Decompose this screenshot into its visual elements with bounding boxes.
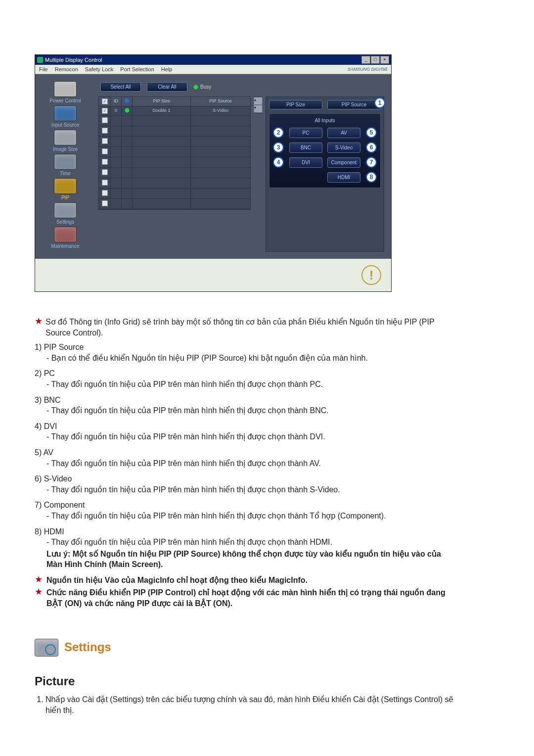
list-item: 8) HDMI - Thay đổi nguồn tín hiệu của PI… (35, 526, 455, 570)
table-row[interactable] (99, 178, 250, 189)
intro-text: Sơ đồ Thông tin (Info Grid) sẽ trình bày… (45, 317, 455, 338)
sidebar-item-input-source[interactable]: Input Source (51, 105, 80, 128)
table-row[interactable] (99, 147, 250, 157)
sidebar-item-power-control[interactable]: Power Control (49, 81, 81, 103)
select-all-button[interactable]: Select All (100, 82, 141, 92)
sidebar-item-pip[interactable]: PIP (54, 178, 77, 200)
li-title: S-Video (44, 474, 72, 483)
callout-badge: 2 (273, 127, 284, 138)
row-checkbox[interactable] (102, 108, 108, 114)
li-title: BNC (44, 396, 61, 404)
row-checkbox[interactable] (102, 180, 108, 186)
callout-badge: 5 (366, 127, 377, 138)
pip-size-label: PIP Size (286, 102, 305, 107)
menu-remocon[interactable]: Remocon (55, 66, 78, 72)
pc-button[interactable]: PC (289, 128, 322, 138)
row-checkbox[interactable] (102, 200, 108, 206)
table-row[interactable] (99, 137, 250, 147)
star-note-text: Nguồn tín hiệu Vào của MagicInfo chỉ hoạ… (46, 575, 308, 586)
svideo-button[interactable]: S-Video (327, 142, 360, 153)
window-title: Multiple Display Control (45, 57, 102, 63)
menu-help[interactable]: Help (161, 66, 173, 72)
close-button[interactable]: × (380, 56, 389, 64)
all-inputs-panel: All Inputs 2 PC AV 5 3 BNC S-Video 6 4 (269, 113, 381, 188)
sidebar-label: Input Source (51, 122, 80, 128)
sidebar-item-time[interactable]: Time (54, 154, 77, 176)
cell-pip-size: Double 1 (133, 106, 191, 115)
li-body: - Thay đổi nguồn tín hiệu của PIP trên m… (35, 431, 455, 442)
col-checkbox[interactable] (99, 97, 111, 106)
sidebar-label: Settings (56, 219, 74, 225)
component-button[interactable]: Component (327, 157, 360, 168)
clear-all-button[interactable]: Clear All (147, 82, 187, 92)
li-title: PIP Source (44, 343, 84, 351)
picture-heading: Picture (35, 673, 455, 689)
hdmi-button[interactable]: HDMI (327, 172, 360, 183)
table-row[interactable] (99, 199, 250, 209)
table-row[interactable]: 0 Double 1 S-Video (99, 106, 250, 116)
li-num: 4) (35, 422, 42, 430)
note-text: Lưu ý: Một số Nguồn tín hiệu PIP (PIP So… (35, 549, 455, 570)
li-num: 3) (35, 396, 42, 404)
sidebar-label: Time (60, 171, 71, 176)
sidebar-item-maintenance[interactable]: Maintenance (51, 227, 79, 249)
pip-size-tab[interactable]: PIP Size (269, 100, 322, 109)
dvi-button[interactable]: DVI (289, 157, 322, 168)
menu-safety-lock[interactable]: Safety Lock (85, 66, 113, 72)
sidebar-label: Image Size (53, 146, 78, 152)
callout-badge: 4 (273, 157, 284, 168)
sidebar-label: PIP (61, 195, 69, 200)
menu-port-selection[interactable]: Port Selection (120, 66, 154, 72)
li-body: - Bạn có thể điều khiển Nguồn tín hiệu P… (35, 353, 455, 364)
checkbox-icon[interactable] (102, 98, 108, 104)
li-body: - Thay đổi nguồn tín hiệu của PIP trên m… (35, 379, 455, 390)
li-body: - Thay đổi nguồn tín hiệu của PIP trên m… (35, 484, 455, 495)
row-checkbox[interactable] (102, 117, 108, 123)
table-row[interactable] (99, 116, 250, 126)
table-row[interactable] (99, 189, 250, 199)
callout-badge: 3 (273, 142, 284, 153)
li-body: - Thay đổi nguồn tín hiệu của PIP trên m… (35, 458, 455, 469)
li-num: 7) (35, 501, 42, 509)
list-item: 7) Component - Thay đổi nguồn tín hiệu c… (35, 500, 455, 521)
input-icon (54, 105, 77, 121)
grid-scrollbar[interactable]: ▴ ▾ (254, 96, 263, 113)
table-row[interactable] (99, 126, 250, 137)
app-window: Multiple Display Control _ □ × File Remo… (35, 54, 392, 292)
callout-badge: 1 (374, 97, 385, 108)
pip-source-label: PIP Source (342, 102, 366, 107)
minimize-button[interactable]: _ (361, 56, 370, 64)
sidebar-item-image-size[interactable]: Image Size (53, 130, 78, 152)
scroll-up-button[interactable]: ▴ (254, 97, 263, 105)
cell-pip-source: S-Video (191, 106, 250, 115)
col-pip-size: PIP Size (133, 97, 191, 106)
row-checkbox[interactable] (102, 128, 108, 134)
row-checkbox[interactable] (102, 169, 108, 175)
sidebar-item-settings[interactable]: Settings (54, 202, 77, 225)
li-body: - Thay đổi nguồn tín hiệu của PIP trên m… (35, 511, 455, 521)
table-row[interactable] (99, 168, 250, 178)
sidebar: Power Control Input Source Image Size Ti… (35, 74, 95, 259)
row-checkbox[interactable] (102, 159, 108, 165)
bnc-button[interactable]: BNC (289, 142, 322, 153)
li-num: 5) (35, 448, 42, 457)
menu-file[interactable]: File (39, 66, 48, 72)
list-item: 4) DVI - Thay đổi nguồn tín hiệu của PIP… (35, 421, 455, 442)
busy-label: Busy (200, 84, 211, 90)
maximize-button[interactable]: □ (371, 56, 380, 64)
scroll-down-button[interactable]: ▾ (254, 105, 263, 113)
av-button[interactable]: AV (327, 128, 360, 138)
row-checkbox[interactable] (102, 148, 108, 154)
row-checkbox[interactable] (102, 138, 108, 144)
info-grid: ID PIP Size PIP Source 0 Double 1 S-Vide… (98, 96, 251, 210)
pip-source-tab[interactable]: PIP Source 1 (327, 100, 381, 109)
description-list: 1) PIP Source - Bạn có thể điều khiển Ng… (35, 342, 455, 570)
li-title: PC (44, 369, 55, 378)
col-status (122, 97, 133, 106)
row-checkbox[interactable] (102, 190, 108, 196)
right-panel: PIP Size PIP Source 1 All Inputs 2 P (266, 96, 384, 252)
table-row[interactable] (99, 157, 250, 168)
settings-section-title: Settings (64, 639, 111, 655)
cell-id: 0 (111, 106, 122, 115)
col-id: ID (111, 97, 122, 106)
